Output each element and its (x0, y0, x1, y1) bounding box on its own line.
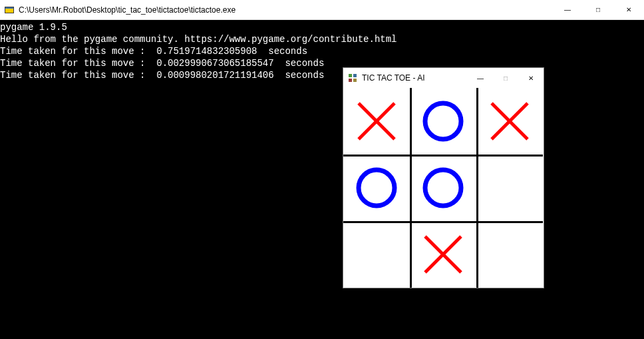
maximize-button[interactable]: □ (583, 0, 613, 19)
game-title: TIC TAC TOE - AI (362, 73, 468, 83)
board-cell-2-2[interactable] (476, 221, 543, 288)
console-line: Time taken for this move : 0.00299906730… (0, 58, 324, 69)
game-minimize-button[interactable]: — (468, 68, 493, 88)
maximize-icon: □ (596, 6, 600, 13)
o-mark-icon (420, 98, 466, 145)
console-line: Time taken for this move : 0.75197148323… (0, 46, 307, 57)
svg-point-9 (425, 103, 461, 139)
console-output[interactable]: pygame 1.9.5 Hello from the pygame commu… (0, 20, 644, 339)
console-title: C:\Users\Mr.Robot\Desktop\tic_tac_toe\ti… (19, 5, 552, 15)
maximize-icon: □ (504, 75, 508, 82)
game-titlebar[interactable]: TIC TAC TOE - AI — □ ✕ (343, 68, 544, 88)
o-mark-icon (353, 165, 400, 211)
o-mark-icon (420, 165, 466, 211)
board-cell-1-0 (343, 155, 410, 221)
minimize-button[interactable]: — (552, 0, 583, 19)
board-cell-0-1 (410, 88, 476, 155)
game-close-button[interactable]: ✕ (518, 68, 544, 88)
console-line: pygame 1.9.5 (0, 22, 67, 33)
console-titlebar[interactable]: C:\Users\Mr.Robot\Desktop\tic_tac_toe\ti… (0, 0, 644, 20)
svg-rect-4 (353, 74, 357, 77)
svg-rect-3 (349, 74, 352, 77)
console-window: C:\Users\Mr.Robot\Desktop\tic_tac_toe\ti… (0, 0, 644, 339)
window-controls: — □ ✕ (552, 0, 644, 19)
board-cell-0-0 (343, 88, 410, 155)
board-cell-1-2[interactable] (476, 155, 543, 221)
svg-rect-2 (5, 7, 13, 9)
board-cell-0-2 (476, 88, 543, 155)
x-mark-icon (486, 98, 533, 145)
board-cell-2-0[interactable] (343, 221, 410, 288)
close-icon: ✕ (626, 6, 631, 13)
board-cell-2-1 (410, 221, 476, 288)
game-board (343, 88, 543, 288)
game-window: TIC TAC TOE - AI — □ ✕ (343, 67, 544, 288)
game-maximize-button: □ (493, 68, 518, 88)
minimize-icon: — (564, 6, 571, 13)
console-line: Hello from the pygame community. https:/… (0, 34, 397, 45)
app-icon (4, 5, 15, 15)
game-window-controls: — □ ✕ (468, 68, 544, 88)
minimize-icon: — (477, 75, 484, 82)
board-cell-1-1 (410, 155, 476, 221)
pygame-icon (347, 73, 358, 83)
svg-point-13 (425, 170, 461, 206)
svg-rect-5 (349, 79, 352, 82)
x-mark-icon (353, 98, 400, 145)
close-button[interactable]: ✕ (613, 0, 644, 19)
svg-rect-6 (353, 79, 357, 82)
close-icon: ✕ (528, 75, 534, 82)
svg-point-12 (359, 170, 395, 206)
console-line: Time taken for this move : 0.00099802017… (0, 70, 324, 81)
x-mark-icon (420, 231, 466, 278)
